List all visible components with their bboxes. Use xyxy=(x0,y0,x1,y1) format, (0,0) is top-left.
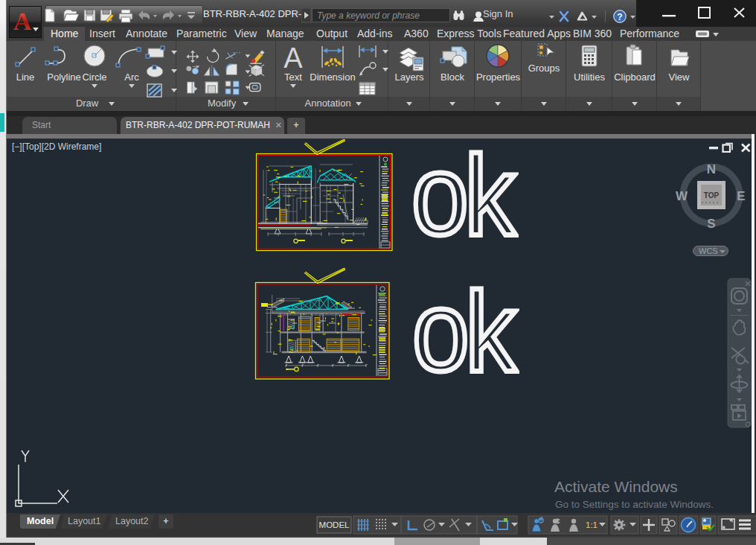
svg-text:1:1: 1:1 xyxy=(586,520,598,529)
svg-text:A: A xyxy=(284,42,303,74)
svg-text:MODEL: MODEL xyxy=(319,520,350,529)
svg-text:?: ? xyxy=(617,12,622,22)
svg-text:A: A xyxy=(13,7,32,35)
